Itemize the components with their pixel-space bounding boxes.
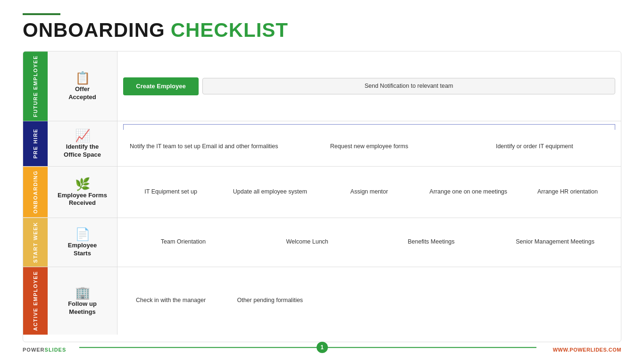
identify-office-label: Identify theOffice Space	[64, 143, 101, 159]
title-row: ONBOARDING CHECKLIST	[23, 19, 621, 42]
phase-onboarding-label: Onboarding	[23, 167, 48, 217]
task-create-employee: Create Employee	[123, 77, 199, 95]
prehire-items: Notify the IT team to set up Email id an…	[123, 130, 615, 163]
page: ONBOARDING CHECKLIST Future Employee 📋 O…	[0, 0, 644, 362]
row-icon-onboarding: 🌿 Employee FormsReceived	[48, 167, 117, 217]
prehire-bracket	[123, 124, 615, 130]
offer-accepted-label: OfferAccepted	[68, 85, 96, 101]
row-future-employee: Future Employee 📋 OfferAccepted Create E…	[23, 51, 621, 121]
task-benefits-meetings: Benefits Meetings	[371, 234, 492, 250]
task-check-in-manager: Check in with the manager	[123, 293, 218, 309]
row-tasks-prehire: Notify the IT team to set up Email id an…	[117, 121, 621, 166]
employee-forms-label: Employee FormsReceived	[58, 192, 107, 208]
footer-left-brand: POWERSLIDES	[23, 347, 66, 353]
phase-future-label: Future Employee	[23, 51, 48, 121]
task-request-forms: Request new employee forms	[288, 139, 450, 155]
checklist-table: Future Employee 📋 OfferAccepted Create E…	[23, 51, 621, 342]
row-tasks-startweek: Team Orientation Welcome Lunch Benefits …	[117, 218, 621, 267]
followup-meetings-icon: 🏢	[75, 286, 90, 300]
phase-active-label: Active Employee	[23, 267, 48, 335]
phase-prehire-label: Pre Hire	[23, 121, 48, 166]
title-onboarding: ONBOARDING	[23, 19, 165, 42]
employee-forms-icon: 🌿	[75, 177, 90, 192]
task-other-formalities: Other pending formalities	[222, 293, 318, 309]
task-empty-1	[321, 297, 417, 304]
task-team-orientation: Team Orientation	[123, 234, 243, 250]
footer-line	[79, 347, 536, 348]
row-tasks-future: Create Employee Send Notification to rel…	[117, 51, 621, 121]
row-icon-prehire: 📈 Identify theOffice Space	[48, 121, 117, 166]
row-start-week: Start Week 📄 EmployeeStarts Team Orienta…	[23, 218, 621, 267]
task-welcome-lunch: Welcome Lunch	[247, 234, 368, 250]
offer-accepted-icon: 📋	[75, 71, 90, 85]
task-arrange-hr: Arrange HR orientation	[520, 184, 615, 200]
identify-office-icon: 📈	[75, 128, 90, 143]
task-empty-2	[421, 297, 516, 304]
phase-startweek-label: Start Week	[23, 218, 48, 267]
row-tasks-onboarding: IT Equipment set up Update all employee …	[117, 167, 621, 217]
task-identify-it-equipment: Identify or order IT equipment	[454, 139, 615, 155]
row-active-employee: Active Employee 🏢 Follow upMeetings Chec…	[23, 267, 621, 335]
row-icon-startweek: 📄 EmployeeStarts	[48, 218, 117, 267]
task-empty-3	[520, 297, 615, 304]
row-icon-active: 🏢 Follow upMeetings	[48, 267, 117, 335]
row-onboarding: Onboarding 🌿 Employee FormsReceived IT E…	[23, 167, 621, 218]
row-tasks-active: Check in with the manager Other pending …	[117, 267, 621, 335]
task-assign-mentor: Assign mentor	[321, 184, 417, 200]
page-badge: 1	[317, 342, 328, 353]
row-icon-future: 📋 OfferAccepted	[48, 51, 117, 121]
task-it-equipment-setup: IT Equipment set up	[123, 184, 218, 200]
employee-starts-icon: 📄	[75, 227, 90, 242]
footer-brand-green: SLIDES	[45, 347, 67, 353]
header-accent	[23, 13, 60, 15]
task-senior-management: Senior Management Meetings	[495, 234, 615, 250]
title-checklist: CHECKLIST	[171, 19, 288, 42]
task-arrange-one-on-one: Arrange one on one meetings	[421, 184, 516, 200]
employee-starts-label: EmployeeStarts	[68, 242, 97, 258]
task-notify-it: Notify the IT team to set up Email id an…	[123, 139, 284, 155]
row-pre-hire: Pre Hire 📈 Identify theOffice Space Noti…	[23, 121, 621, 167]
task-send-notification: Send Notification to relevant team	[202, 78, 615, 95]
followup-meetings-label: Follow upMeetings	[68, 300, 97, 316]
footer: POWERSLIDES 1 WWW.POWERLIDES.COM	[23, 342, 621, 353]
footer-right-brand: WWW.POWERLIDES.COM	[553, 347, 621, 353]
task-update-employee-system: Update all employee system	[222, 184, 318, 200]
